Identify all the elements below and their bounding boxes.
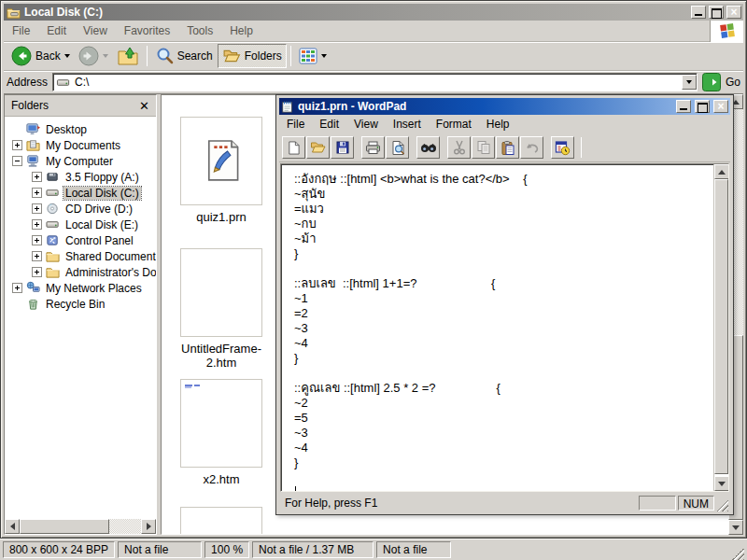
status-file-size: Not a file / 1.37 MB [252, 541, 374, 558]
tree-item-my-documents[interactable]: My Documents [5, 137, 156, 153]
expand-icon[interactable] [32, 267, 42, 277]
close-icon[interactable]: ✕ [139, 99, 149, 113]
scroll-down-icon[interactable] [714, 476, 729, 491]
menu-file[interactable]: File [4, 21, 38, 40]
open-button[interactable] [306, 136, 330, 159]
link-text-mark [184, 383, 203, 388]
close-button[interactable]: × [726, 6, 741, 19]
address-input[interactable]: C:\ [52, 73, 698, 91]
tree-item-floppy-a[interactable]: 3.5 Floppy (A:) [5, 169, 156, 185]
menu-view[interactable]: View [346, 115, 386, 133]
scroll-left-icon[interactable] [5, 519, 20, 534]
wordpad-titlebar[interactable]: quiz1.prn - WordPad × [279, 98, 730, 115]
expand-icon[interactable] [12, 140, 22, 150]
paste-button[interactable] [496, 136, 519, 159]
file-item-untitledframe2[interactable]: UntitledFrame-2.htm [180, 248, 262, 370]
file-item-quiz1[interactable]: quiz1.prn [180, 117, 262, 224]
forward-button[interactable] [75, 44, 112, 68]
menu-insert[interactable]: Insert [386, 115, 429, 133]
folder-tree: Desktop My Documents My Computer 3.5 Flo… [5, 117, 156, 519]
scrollbar-thumb[interactable] [714, 179, 728, 474]
thumbnail [180, 379, 262, 468]
explorer-title: Local Disk (C:) [24, 6, 688, 19]
copy-button[interactable] [472, 136, 495, 159]
scroll-right-icon[interactable] [141, 519, 156, 534]
go-arrow-icon[interactable] [702, 73, 721, 91]
minimize-button[interactable] [691, 6, 706, 19]
tree-item-shared-documents[interactable]: Shared Documents [5, 248, 156, 264]
explorer-titlebar[interactable]: Local Disk (C:) × [4, 4, 743, 21]
explorer-addressbar: Address C:\ Go [4, 71, 743, 94]
tree-item-desktop[interactable]: Desktop [5, 121, 156, 137]
expand-icon[interactable] [32, 235, 42, 245]
menu-help[interactable]: Help [479, 115, 517, 133]
scrollbar-track[interactable] [109, 519, 141, 534]
menu-favorites[interactable]: Favorites [116, 21, 178, 40]
scrollbar-thumb[interactable] [20, 519, 109, 534]
file-item-partial[interactable] [180, 507, 262, 535]
cut-button[interactable] [447, 136, 471, 159]
document-icon [201, 135, 242, 188]
forward-dropdown-icon[interactable] [103, 54, 108, 58]
expand-icon[interactable] [32, 219, 42, 230]
wordpad-title: quiz1.prn - WordPad [298, 100, 672, 113]
menu-tools[interactable]: Tools [178, 21, 221, 40]
new-document-button[interactable] [282, 136, 305, 159]
menu-edit[interactable]: Edit [312, 115, 346, 133]
expand-icon[interactable] [32, 172, 42, 182]
expand-icon[interactable] [32, 203, 42, 214]
disk-icon [45, 186, 61, 200]
tree-item-local-disk-e[interactable]: Local Disk (E:) [5, 217, 156, 232]
date-time-button[interactable] [551, 136, 574, 159]
menu-file[interactable]: File [279, 115, 312, 133]
status-file-2: Not a file [376, 541, 451, 558]
menu-edit[interactable]: Edit [38, 21, 75, 40]
maximize-button[interactable] [709, 6, 724, 19]
print-preview-button[interactable] [386, 136, 409, 159]
tree-item-recycle-bin[interactable]: Recycle Bin [5, 296, 156, 312]
recycle-icon [25, 297, 41, 311]
file-name: x2.htm [180, 472, 262, 486]
wordpad-document[interactable]: ::อังกฤษ ::[html] <b>what is the cat?</b… [280, 163, 729, 492]
menu-help[interactable]: Help [221, 21, 261, 40]
wordpad-vertical-scrollbar[interactable] [713, 164, 728, 491]
scroll-down-icon[interactable] [728, 520, 743, 535]
folders-horizontal-scrollbar[interactable] [5, 519, 156, 534]
tree-item-cd-drive-d[interactable]: CD Drive (D:) [5, 201, 156, 217]
expand-icon[interactable] [12, 283, 22, 293]
menu-format[interactable]: Format [429, 115, 479, 133]
close-button[interactable]: × [713, 100, 728, 113]
collapse-icon[interactable] [12, 156, 22, 166]
expand-icon[interactable] [32, 251, 42, 261]
menu-view[interactable]: View [75, 21, 116, 40]
maximize-button[interactable] [695, 100, 710, 113]
views-dropdown-icon[interactable] [321, 54, 327, 58]
folders-button[interactable]: Folders [218, 44, 287, 68]
expand-icon[interactable] [32, 188, 42, 198]
back-button[interactable]: Back [7, 44, 74, 68]
tree-item-administrator-documents[interactable]: Administrator's Docu [5, 264, 156, 280]
scrollbar-track[interactable] [714, 179, 728, 476]
search-button[interactable]: Search [151, 44, 217, 68]
address-value: C:\ [75, 76, 89, 89]
address-dropdown-button[interactable] [682, 75, 697, 90]
minimize-button[interactable] [676, 100, 691, 113]
resize-grip[interactable] [716, 499, 728, 511]
tree-item-my-computer[interactable]: My Computer [5, 153, 156, 169]
print-button[interactable] [361, 136, 385, 159]
scroll-up-icon[interactable] [714, 164, 729, 179]
back-dropdown-icon[interactable] [64, 54, 70, 58]
file-item-x2[interactable]: x2.htm [180, 379, 262, 486]
up-button[interactable] [113, 44, 143, 68]
tree-item-control-panel[interactable]: Control Panel [5, 232, 156, 248]
tree-item-local-disk-c[interactable]: Local Disk (C:) [5, 185, 156, 201]
search-label: Search [177, 49, 213, 63]
find-button[interactable] [416, 136, 440, 159]
save-button[interactable] [331, 136, 354, 159]
views-button[interactable] [295, 44, 331, 68]
find-icon [420, 141, 437, 154]
document-text[interactable]: ::อังกฤษ ::[html] <b>what is the cat?</b… [281, 164, 713, 491]
resize-grip[interactable] [732, 548, 744, 560]
tree-item-my-network-places[interactable]: My Network Places [5, 280, 156, 296]
undo-button[interactable] [520, 136, 543, 159]
